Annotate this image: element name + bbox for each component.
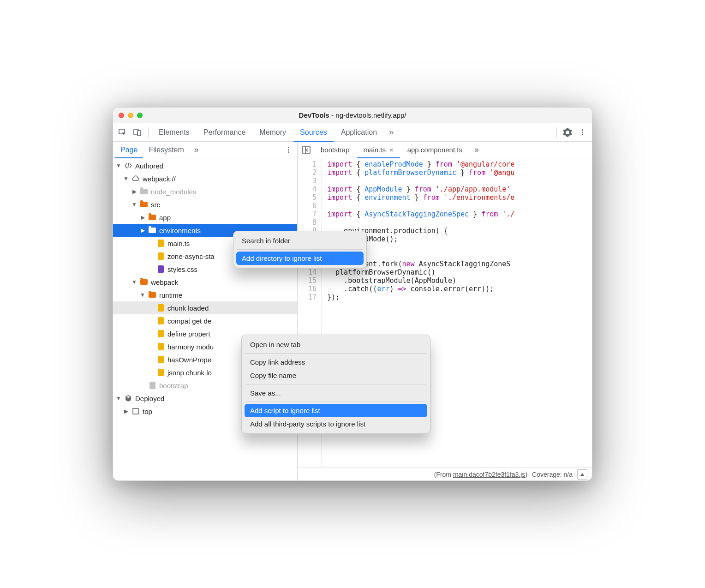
file-icon: [156, 304, 165, 312]
folder-icon: [140, 187, 148, 196]
file-icon: [156, 265, 165, 273]
folder-icon: [140, 200, 148, 209]
ctx-separator: [245, 384, 426, 384]
inspect-element-icon[interactable]: [116, 126, 130, 139]
ctx-copy-filename[interactable]: Copy file name: [245, 369, 427, 382]
tree-runtime-file[interactable]: chunk loaded: [113, 301, 297, 314]
tree-src[interactable]: ▼ src: [113, 198, 297, 211]
file-tab-bootstrap[interactable]: bootstrap: [314, 142, 356, 158]
close-window-icon[interactable]: [119, 113, 124, 118]
window-title-target: - ng-devtools.netlify.app/: [329, 111, 406, 119]
context-menu-folder[interactable]: Search in folder Add directory to ignore…: [233, 231, 367, 268]
tab-elements[interactable]: Elements: [152, 123, 196, 142]
sidebar-tab-filesystem[interactable]: Filesystem: [143, 142, 189, 158]
ctx-separator: [245, 353, 426, 354]
file-tab-app-component[interactable]: app.component.ts: [401, 142, 469, 158]
ctx-separator: [237, 249, 363, 250]
window-title: DevTools - ng-devtools.netlify.app/: [113, 111, 592, 119]
ctx-add-script-ignore[interactable]: Add script to ignore list: [245, 404, 427, 417]
tab-sources[interactable]: Sources: [293, 123, 334, 142]
devtools-toolbar: Elements Performance Memory Sources Appl…: [113, 123, 592, 142]
ctx-search-in-folder[interactable]: Search in folder: [236, 234, 364, 247]
coverage-status: Coverage: n/a: [532, 471, 573, 478]
tree-webpack-folder[interactable]: ▼ webpack: [113, 276, 297, 288]
tree-authored[interactable]: ▼ Authored: [113, 159, 297, 172]
source-origin-link[interactable]: main.dacof7b2fe3f1fa3.js: [453, 471, 525, 478]
file-icon: [148, 381, 156, 390]
file-tab-main-ts[interactable]: main.ts ×: [357, 142, 400, 158]
toolbar-divider: [556, 127, 557, 138]
editor-file-tabs: bootstrap main.ts × app.component.ts »: [298, 142, 592, 158]
ctx-save-as[interactable]: Save as...: [245, 386, 427, 400]
ctx-open-new-tab[interactable]: Open in new tab: [245, 338, 427, 351]
code-brackets-icon: [124, 162, 132, 170]
ctx-add-third-party-ignore[interactable]: Add all third-party scripts to ignore li…: [245, 417, 427, 431]
file-icon: [156, 368, 165, 377]
navigator-toggle-icon[interactable]: [299, 143, 313, 157]
ctx-copy-link[interactable]: Copy link address: [245, 355, 427, 369]
editor-statusbar: (From main.dacof7b2fe3f1fa3.js) Coverage…: [298, 468, 592, 480]
tab-application[interactable]: Application: [335, 123, 383, 142]
close-tab-icon[interactable]: ×: [389, 146, 394, 154]
file-icon: [156, 330, 165, 338]
file-icon: [156, 317, 165, 325]
folder-icon: [148, 213, 156, 222]
file-icon: [156, 252, 165, 260]
more-tabs-icon[interactable]: »: [384, 126, 398, 139]
cube-icon: [124, 394, 132, 402]
titlebar: DevTools - ng-devtools.netlify.app/: [113, 108, 592, 123]
frame-icon: [131, 407, 140, 415]
tree-runtime-file[interactable]: compat get de: [113, 314, 297, 327]
device-toolbar-icon[interactable]: [131, 126, 144, 139]
tab-performance[interactable]: Performance: [197, 123, 252, 142]
ctx-separator: [245, 402, 426, 402]
sidebar-tabs: Page Filesystem »: [113, 142, 297, 158]
sidebar-kebab-icon[interactable]: [281, 143, 295, 157]
file-tabs-more-icon[interactable]: »: [470, 143, 484, 157]
show-drawer-icon[interactable]: [577, 469, 587, 480]
tree-webpack-scheme[interactable]: ▼ webpack://: [113, 172, 297, 185]
minimize-window-icon[interactable]: [128, 113, 133, 118]
tree-node-modules[interactable]: ▶ node_modules: [113, 185, 297, 198]
context-menu-file[interactable]: Open in new tab Copy link address Copy f…: [241, 335, 430, 434]
kebab-menu-icon[interactable]: [575, 126, 589, 139]
tree-runtime[interactable]: ▼ runtime: [113, 288, 297, 301]
source-origin: (From main.dacof7b2fe3f1fa3.js): [434, 471, 527, 478]
sidebar-more-tabs-icon[interactable]: »: [190, 143, 203, 157]
file-icon: [156, 239, 165, 247]
settings-icon[interactable]: [561, 126, 574, 139]
ctx-add-directory-ignore[interactable]: Add directory to ignore list: [236, 252, 364, 265]
folder-icon: [140, 278, 148, 286]
window-title-app: DevTools: [299, 111, 329, 119]
file-icon: [156, 355, 165, 364]
traffic-lights: [119, 113, 143, 118]
toolbar-divider: [148, 127, 149, 138]
tree-app[interactable]: ▶ app: [113, 211, 297, 224]
tab-memory[interactable]: Memory: [253, 123, 293, 142]
zoom-window-icon[interactable]: [137, 113, 143, 118]
folder-icon: [148, 291, 156, 299]
cloud-icon: [131, 174, 140, 183]
sidebar-tab-page[interactable]: Page: [115, 142, 143, 158]
file-icon: [156, 342, 165, 351]
folder-icon: [148, 226, 156, 234]
devtools-window: DevTools - ng-devtools.netlify.app/ Elem…: [113, 107, 592, 481]
svg-rect-3: [133, 408, 138, 414]
svg-rect-2: [137, 131, 141, 136]
